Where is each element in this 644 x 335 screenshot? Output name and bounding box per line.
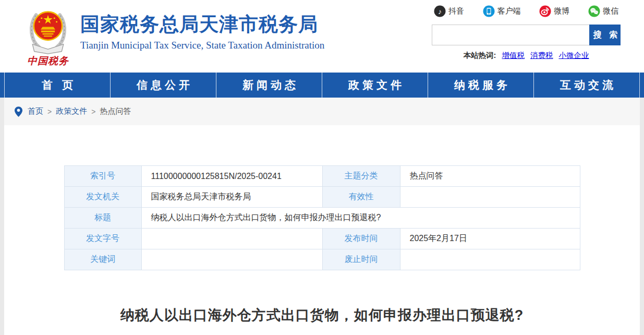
social-label: 微博 bbox=[554, 6, 569, 16]
field-value-title: 纳税人以出口海外仓方式出口货物，如何申报办理出口预退税? bbox=[141, 208, 580, 229]
nav-item-news[interactable]: 新闻动态 bbox=[216, 73, 322, 98]
breadcrumb-home[interactable]: 首页 bbox=[28, 106, 43, 116]
field-label-subject-category: 主题分类 bbox=[322, 166, 400, 187]
field-label-repeal-date: 废止时间 bbox=[322, 249, 400, 270]
breadcrumb-policy-documents[interactable]: 政策文件 bbox=[56, 106, 87, 116]
tax-emblem: 中国税务 bbox=[24, 3, 72, 68]
document-info-panel: 索引号 11100000000125815N/2025-00241 主题分类 热… bbox=[4, 125, 640, 335]
search-input[interactable] bbox=[432, 25, 589, 45]
field-label-index-number: 索引号 bbox=[64, 166, 141, 187]
nav-item-home[interactable]: 首 页 bbox=[4, 73, 110, 98]
nav-item-info-disclosure[interactable]: 信息公开 bbox=[110, 73, 216, 98]
site-logo[interactable]: 中国税务 国家税务总局天津市税务局 Tianjin Municipal Tax … bbox=[24, 3, 324, 68]
hot-word-link-vat[interactable]: 增值税 bbox=[502, 51, 525, 59]
nav-item-tax-services[interactable]: 纳税服务 bbox=[428, 73, 533, 98]
field-value-issuing-authority: 国家税务总局天津市税务局 bbox=[141, 187, 322, 208]
nav-item-interaction[interactable]: 互动交流 bbox=[533, 73, 640, 98]
social-link-weibo[interactable]: 微博 bbox=[539, 5, 569, 17]
main-navigation: 首 页 信息公开 新闻动态 政策文件 纳税服务 互动交流 bbox=[0, 73, 644, 98]
breadcrumb-separator: > bbox=[47, 107, 52, 116]
breadcrumb-current: 热点问答 bbox=[100, 106, 131, 116]
hot-words: 本站热词: 增值税 消费税 小微企业 bbox=[432, 51, 621, 61]
field-label-document-number: 发文字号 bbox=[64, 229, 141, 249]
mobile-client-icon[interactable] bbox=[483, 5, 495, 17]
hot-word-link-small-business[interactable]: 小微企业 bbox=[558, 51, 589, 59]
field-value-document-number bbox=[141, 229, 322, 249]
field-value-repeal-date bbox=[400, 249, 580, 270]
site-title: 国家税务总局天津市税务局 bbox=[80, 14, 324, 36]
social-link-douyin[interactable]: ♪ 抖音 bbox=[434, 5, 464, 17]
site-header: 中国税务 国家税务总局天津市税务局 Tianjin Municipal Tax … bbox=[0, 0, 644, 73]
field-value-validity bbox=[400, 187, 580, 208]
site-subtitle: Tianjin Municipal Tax Service, State Tax… bbox=[80, 40, 324, 51]
document-metadata-table: 索引号 11100000000125815N/2025-00241 主题分类 热… bbox=[64, 165, 580, 270]
field-label-publish-date: 发布时间 bbox=[322, 229, 400, 249]
breadcrumb: 首页 > 政策文件 > 热点问答 bbox=[4, 98, 640, 125]
table-row: 发文字号 发布时间 2025年2月17日 bbox=[64, 229, 580, 249]
location-pin-icon bbox=[15, 106, 22, 117]
social-link-wechat[interactable]: 微信 bbox=[588, 5, 618, 17]
hot-word-link-consumption-tax[interactable]: 消费税 bbox=[530, 51, 553, 59]
field-label-validity: 有效性 bbox=[322, 187, 400, 208]
field-value-publish-date: 2025年2月17日 bbox=[400, 229, 580, 249]
social-link-client[interactable]: 客户端 bbox=[483, 5, 521, 17]
hot-words-label: 本站热词: bbox=[464, 51, 496, 59]
table-row: 索引号 11100000000125815N/2025-00241 主题分类 热… bbox=[64, 166, 580, 187]
douyin-icon[interactable]: ♪ bbox=[434, 5, 446, 17]
field-label-keywords: 关键词 bbox=[64, 249, 141, 270]
table-row: 关键词 废止时间 bbox=[64, 249, 580, 270]
article-title: 纳税人以出口海外仓方式出口货物，如何申报办理出口预退税? bbox=[4, 306, 640, 325]
nav-item-policy-documents[interactable]: 政策文件 bbox=[322, 73, 428, 98]
social-links: ♪ 抖音 客户端 bbox=[432, 4, 621, 18]
field-value-subject-category: 热点问答 bbox=[400, 166, 580, 187]
social-label: 抖音 bbox=[448, 6, 464, 16]
emblem-caption: 中国税务 bbox=[24, 54, 72, 68]
field-label-title: 标题 bbox=[64, 208, 141, 229]
breadcrumb-separator: > bbox=[91, 107, 95, 116]
table-row: 标题 纳税人以出口海外仓方式出口货物，如何申报办理出口预退税? bbox=[64, 208, 580, 229]
svg-text:♪: ♪ bbox=[438, 7, 442, 15]
table-row: 发文机关 国家税务总局天津市税务局 有效性 bbox=[64, 187, 580, 208]
search-button[interactable]: 搜 索 bbox=[589, 25, 621, 45]
social-label: 客户端 bbox=[497, 6, 521, 16]
field-value-index-number: 11100000000125815N/2025-00241 bbox=[141, 166, 322, 187]
wechat-icon[interactable] bbox=[588, 5, 600, 17]
field-value-keywords bbox=[141, 249, 322, 270]
weibo-icon[interactable] bbox=[539, 5, 551, 17]
social-label: 微信 bbox=[603, 6, 618, 16]
field-label-issuing-authority: 发文机关 bbox=[64, 187, 141, 208]
tax-emblem-icon bbox=[25, 3, 71, 54]
